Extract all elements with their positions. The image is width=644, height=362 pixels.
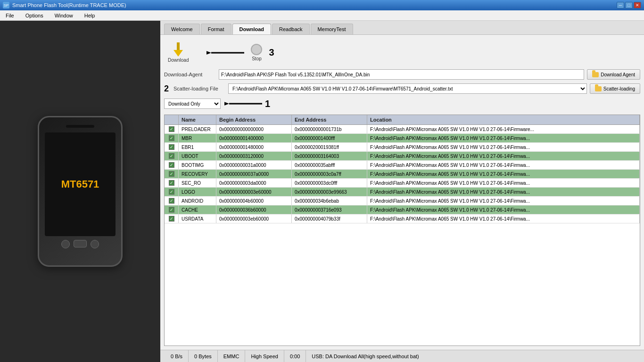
col-header-check [165,115,179,124]
tab-download[interactable]: Download [232,24,272,34]
table-row: ✓ RECOVERY 0x000000000037a0000 0x0000000… [165,170,640,179]
scatter-loading-button[interactable]: Scatter-loading [590,83,640,94]
row-begin-9: 0x0000000036b60000 [216,206,292,214]
annotation-3-group: Stop 3 [206,42,274,63]
download-agent-button[interactable]: Download Agent [587,69,640,80]
window-controls: ─ □ ✕ [617,2,641,8]
row-begin-8: 0x000000004b60000 [216,197,292,205]
table-row: ✓ BOOTIMG 0x00000000031a0000 0x000000003… [165,161,640,170]
row-begin-3: 0x000000003120000 [216,152,292,160]
maximize-button[interactable]: □ [625,2,633,8]
window-icon: SP [3,2,9,8]
tabs-bar: Welcome Format Download Readback MemoryT… [160,21,644,35]
row-checkbox-5[interactable]: ✓ [165,170,179,178]
row-name-3: UBOOT [179,152,216,160]
phone-body: MT6571 [38,116,123,267]
window-title: Smart Phone Flash Tool(Runtime TRACE MOD… [12,2,617,8]
table-row: ✓ EBR1 0x000000001480000 0x0000020001938… [165,143,640,152]
phone-btn-left [61,240,70,248]
menu-options[interactable]: Options [24,12,45,19]
arrow-shaft [177,42,180,50]
status-message: USB: DA Download All(high speed,without … [306,350,639,362]
tab-welcome[interactable]: Welcome [164,24,200,34]
row-name-4: BOOTIMG [179,161,216,169]
menu-window[interactable]: Window [53,12,75,19]
row-checkbox-8[interactable]: ✓ [165,197,179,205]
stop-button[interactable]: Stop [247,42,266,63]
row-end-10: 0x000000004079b33f [292,214,367,223]
menu-file[interactable]: File [4,12,16,19]
row-checkbox-4[interactable]: ✓ [165,161,179,169]
checkbox-3[interactable]: ✓ [169,153,174,159]
row-checkbox-2[interactable]: ✓ [165,143,179,151]
row-checkbox-9[interactable]: ✓ [165,206,179,214]
row-name-7: LOGO [179,188,216,196]
row-location-9: F:\Android\Flash APK\Micromax A065 SW V1… [367,206,640,214]
row-end-0: 0x000000000001731b [292,125,367,133]
download-agent-btn-label: Download Agent [601,72,635,77]
table-row: ✓ CACHE 0x0000000036b60000 0x00000000371… [165,206,640,214]
scatter-loading-row: 2 Scatter-loading File F:\Android\Flash … [164,83,640,94]
row-end-1: 0x000000001400fff [292,134,367,142]
close-button[interactable]: ✕ [634,2,641,8]
right-panel: Welcome Format Download Readback MemoryT… [160,21,644,362]
row-checkbox-6[interactable]: ✓ [165,179,179,187]
row-location-4: F:\Android\Flash APK\Micromax A065 SW V1… [367,161,640,169]
tab-memorytest[interactable]: MemoryTest [311,24,353,34]
row-name-5: RECOVERY [179,170,216,178]
row-checkbox-0[interactable]: ✓ [165,125,179,133]
col-header-end: End Address [292,115,367,124]
row-begin-1: 0x000000001400000 [216,134,292,142]
checkbox-2[interactable]: ✓ [169,144,174,150]
table-header: Name Begin Address End Address Location [165,115,640,125]
row-checkbox-1[interactable]: ✓ [165,134,179,142]
download-button[interactable]: Download [164,41,192,65]
table-row: ✓ UBOOT 0x000000003120000 0x000000003164… [165,152,640,161]
checkbox-5[interactable]: ✓ [169,171,174,177]
annotation-3-label: 3 [269,47,274,58]
download-icon [173,42,183,57]
phone-container: MT6571 [38,116,123,267]
phone-btn-right [91,240,99,248]
phone-buttons-row [61,240,99,248]
row-location-10: F:\Android\Flash APK\Micromax A065 SW V1… [367,214,640,223]
row-location-0: F:\Android\Flash APK\Micromax A065 SW V1… [367,125,640,133]
row-begin-6: 0x0000000003da0000 [216,179,292,187]
status-bar: 0 B/s 0 Bytes EMMC High Speed 0:00 USB: … [160,350,644,362]
checkbox-4[interactable]: ✓ [169,162,174,168]
table-row: ✓ ANDROID 0x000000004b60000 0x000000034b… [165,197,640,206]
checkbox-7[interactable]: ✓ [169,189,174,195]
checkbox-1[interactable]: ✓ [169,135,174,141]
row-location-7: F:\Android\Flash APK\Micromax A065 SW V1… [367,188,640,196]
scatter-select[interactable]: F:\Android\Flash APK\Micromax A065 SW V1… [228,83,587,94]
annotation-1-label: 1 [265,99,270,109]
menu-help[interactable]: Help [83,12,97,19]
checkbox-8[interactable]: ✓ [169,198,174,204]
download-agent-input[interactable] [219,69,584,80]
checkbox-10[interactable]: ✓ [169,216,174,222]
mode-select[interactable]: Download Only Firmware Upgrade Custom Do… [164,99,221,109]
download-agent-label: Download-Agent [164,72,216,77]
minimize-button[interactable]: ─ [617,2,624,8]
row-location-6: F:\Android\Flash APK\Micromax A065 SW V1… [367,179,640,187]
row-checkbox-7[interactable]: ✓ [165,188,179,196]
row-checkbox-10[interactable]: ✓ [165,214,179,223]
tab-format[interactable]: Format [201,24,231,34]
row-checkbox-3[interactable]: ✓ [165,152,179,160]
checkbox-6[interactable]: ✓ [169,180,174,186]
annotation-arrow-3 [206,46,244,60]
status-storage: EMMC [218,350,246,362]
checkbox-0[interactable]: ✓ [169,126,174,132]
row-location-5: F:\Android\Flash APK\Micromax A065 SW V1… [367,170,640,178]
tab-readback[interactable]: Readback [272,24,310,34]
col-header-location: Location [367,115,640,124]
scatter-folder-icon [595,86,602,91]
row-name-1: MBR [179,134,216,142]
annotation-1-group: 1 [224,98,270,110]
row-location-8: F:\Android\Flash APK\Micromax A065 SW V1… [367,197,640,205]
checkbox-9[interactable]: ✓ [169,207,174,213]
col-header-begin: Begin Address [216,115,292,124]
title-bar: SP Smart Phone Flash Tool(Runtime TRACE … [0,0,644,10]
col-header-name: Name [179,115,216,124]
download-label: Download [168,58,189,63]
